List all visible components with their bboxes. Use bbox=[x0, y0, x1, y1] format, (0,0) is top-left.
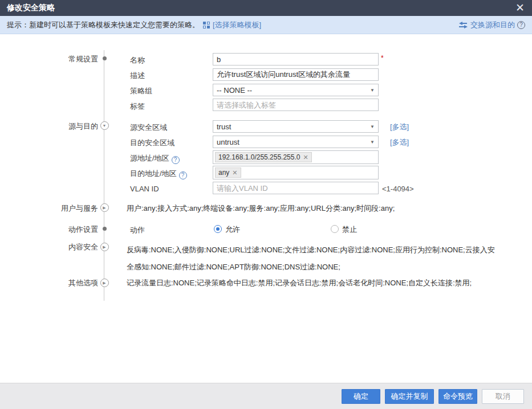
src-zone-label: 源安全区域 bbox=[130, 122, 167, 133]
swap-help-icon[interactable]: ? bbox=[517, 21, 525, 29]
chevron-down-icon: ▼ bbox=[370, 88, 375, 93]
tip-text: 提示：新建时可以基于策略模板来快速定义您需要的策略。 bbox=[7, 20, 200, 30]
src-addr-chip-text: 192.168.1.0/255.255.255.0 bbox=[218, 153, 300, 161]
dst-addr-label-text: 目的地址/地区 bbox=[130, 169, 177, 178]
vlan-range-hint: <1-4094> bbox=[382, 185, 414, 193]
dst-addr-chip-text: any bbox=[218, 169, 229, 177]
src-zone-select[interactable]: trust ▼ bbox=[213, 120, 379, 133]
dialog-title: 修改安全策略 bbox=[7, 3, 55, 13]
ok-and-copy-button[interactable]: 确定并复制 bbox=[385, 389, 434, 404]
user-service-summary: 用户:any;接入方式:any;终端设备:any;服务:any;应用:any;U… bbox=[127, 203, 395, 214]
vlan-label: VLAN ID bbox=[130, 185, 159, 193]
cancel-button[interactable]: 取消 bbox=[482, 389, 524, 404]
section-label-content-sec: 内容安全 bbox=[23, 242, 98, 252]
action-label: 动作 bbox=[130, 225, 145, 235]
src-dst-expand-icon[interactable]: ▼ bbox=[100, 121, 109, 130]
action-allow-label: 允许 bbox=[225, 225, 240, 234]
tip-bar: 提示：新建时可以基于策略模板来快速定义您需要的策略。 [选择策略模板] 交换源和… bbox=[0, 16, 532, 34]
required-asterisk: * bbox=[381, 54, 384, 62]
close-icon[interactable]: ✕ bbox=[514, 2, 526, 14]
dst-zone-multi-select-link[interactable]: [多选] bbox=[390, 137, 409, 148]
section-label-user-service: 用户与服务 bbox=[23, 203, 98, 214]
dialog-footer: 确定 确定并复制 命令预览 取消 bbox=[0, 383, 532, 409]
dst-addr-tag-input[interactable]: any ✕ bbox=[213, 166, 379, 179]
select-policy-template-link[interactable]: [选择策略模板] bbox=[213, 20, 261, 30]
section-label-action: 动作设置 bbox=[23, 224, 98, 235]
general-section-dot bbox=[103, 56, 107, 60]
section-label-other: 其他选项 bbox=[23, 278, 98, 288]
chip-remove-icon[interactable]: ✕ bbox=[303, 154, 308, 161]
dst-addr-help-icon[interactable]: ? bbox=[179, 171, 187, 179]
swap-source-destination-link[interactable]: 交换源和目的 bbox=[470, 20, 515, 30]
section-label-general: 常规设置 bbox=[23, 54, 98, 64]
src-addr-tag-input[interactable]: 192.168.1.0/255.255.255.0 ✕ bbox=[213, 150, 379, 164]
action-deny-label: 禁止 bbox=[342, 225, 357, 234]
dialog-titlebar: 修改安全策略 ✕ bbox=[0, 0, 532, 16]
swap-arrows-icon bbox=[459, 22, 468, 28]
name-input[interactable] bbox=[213, 53, 379, 66]
template-grid-icon bbox=[203, 22, 210, 28]
tag-label: 标签 bbox=[130, 101, 145, 112]
section-timeline bbox=[104, 50, 104, 301]
dst-addr-label: 目的地址/地区? bbox=[130, 169, 187, 179]
src-addr-help-icon[interactable]: ? bbox=[172, 156, 180, 164]
content-sec-expand-icon[interactable]: ▶ bbox=[100, 243, 109, 251]
dst-addr-chip: any ✕ bbox=[215, 167, 241, 178]
other-options-summary: 记录流量日志:NONE;记录策略命中日志:禁用;记录会话日志:禁用;会话老化时间… bbox=[127, 278, 472, 288]
description-input[interactable] bbox=[213, 68, 379, 81]
policy-group-select[interactable]: -- NONE -- ▼ bbox=[213, 84, 379, 96]
src-zone-multi-select-link[interactable]: [多选] bbox=[390, 122, 409, 132]
dst-zone-select[interactable]: untrust ▼ bbox=[213, 136, 379, 148]
chevron-down-icon: ▼ bbox=[370, 124, 375, 129]
chip-remove-icon[interactable]: ✕ bbox=[232, 169, 237, 177]
vlan-input[interactable] bbox=[213, 182, 379, 194]
radio-unselected-icon[interactable] bbox=[331, 225, 339, 233]
policy-group-value: -- NONE -- bbox=[217, 86, 252, 95]
action-section-dot bbox=[103, 227, 107, 231]
ok-button[interactable]: 确定 bbox=[342, 389, 380, 404]
chevron-down-icon: ▼ bbox=[370, 140, 375, 145]
action-deny-radio[interactable]: 禁止 bbox=[331, 224, 357, 235]
content-security-summary: 反病毒:NONE;入侵防御:NONE;URL过滤:NONE;文件过滤:NONE;… bbox=[127, 242, 498, 276]
modify-security-policy-dialog: 修改安全策略 ✕ 提示：新建时可以基于策略模板来快速定义您需要的策略。 [选择策… bbox=[0, 0, 532, 409]
dst-zone-label: 目的安全区域 bbox=[130, 138, 174, 148]
radio-selected-icon[interactable] bbox=[214, 225, 222, 233]
src-addr-label-text: 源地址/地区 bbox=[130, 154, 169, 162]
command-preview-button[interactable]: 命令预览 bbox=[438, 389, 477, 404]
description-label: 描述 bbox=[130, 71, 145, 81]
src-addr-chip: 192.168.1.0/255.255.255.0 ✕ bbox=[215, 152, 312, 162]
action-allow-radio[interactable]: 允许 bbox=[214, 224, 240, 235]
other-expand-icon[interactable]: ▶ bbox=[100, 279, 109, 287]
name-label: 名称 bbox=[130, 55, 145, 66]
src-addr-label: 源地址/地区? bbox=[130, 153, 180, 164]
src-zone-value: trust bbox=[217, 122, 231, 131]
section-label-src-dst: 源与目的 bbox=[23, 121, 98, 132]
policy-group-label: 策略组 bbox=[130, 86, 152, 96]
user-service-expand-icon[interactable]: ▶ bbox=[100, 203, 109, 212]
dst-zone-value: untrust bbox=[217, 138, 239, 146]
tag-input[interactable] bbox=[213, 99, 379, 111]
